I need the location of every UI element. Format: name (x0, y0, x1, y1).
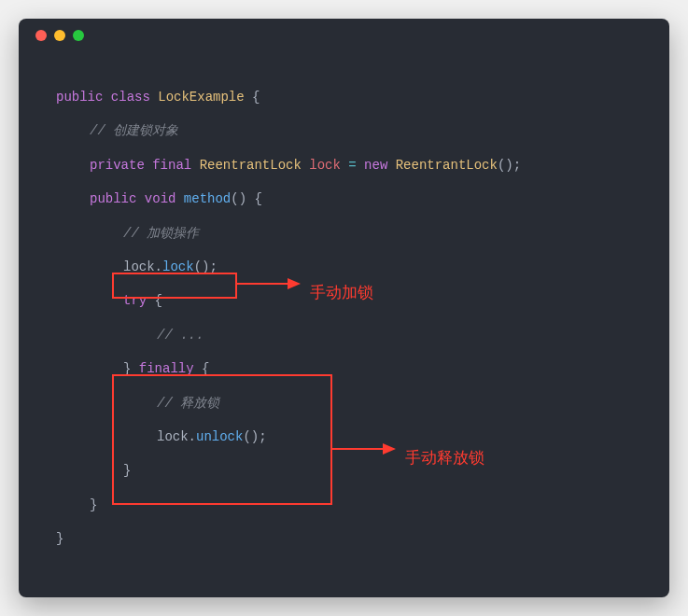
brace: { (245, 90, 260, 105)
code-line: private final ReentrantLock lock = new R… (56, 148, 643, 182)
code-line: public void method() { (56, 182, 643, 216)
type-name: ReentrantLock (200, 158, 302, 173)
brace: } (56, 531, 63, 546)
brace: } (123, 361, 139, 376)
maximize-icon[interactable] (73, 30, 84, 41)
comment: // 加锁操作 (123, 226, 199, 241)
window-titlebar (19, 19, 669, 52)
keyword-void: void (145, 191, 176, 206)
code-line: // 释放锁 (56, 386, 643, 420)
code-block: public class LockExample { // 创建锁对象 priv… (19, 52, 669, 583)
code-line: } (56, 454, 643, 487)
comment: // 释放锁 (157, 396, 219, 411)
keyword-try: try (123, 293, 147, 308)
variable: lock (302, 158, 348, 173)
parens: (); (498, 158, 521, 173)
close-icon[interactable] (35, 30, 47, 41)
code-line: } (56, 488, 643, 522)
brace: { (194, 361, 210, 376)
code-line: // 加锁操作 (56, 217, 643, 250)
keyword-final: final (152, 158, 191, 173)
method-name: method (184, 191, 231, 206)
method-call: unlock (196, 429, 243, 444)
brace: } (90, 497, 97, 512)
keyword-public: public (90, 191, 136, 206)
parens: () { (231, 191, 262, 206)
code-line: lock.unlock(); (56, 420, 643, 454)
code-line: // ... (56, 318, 643, 352)
code-line: // 创建锁对象 (56, 114, 643, 147)
minimize-icon[interactable] (54, 30, 65, 41)
comment: // 创建锁对象 (90, 123, 178, 138)
keyword-class: class (111, 90, 150, 105)
keyword-new: new (357, 158, 388, 173)
keyword-public: public (56, 90, 103, 105)
keyword-finally: finally (139, 361, 194, 376)
code-line: } (56, 522, 643, 555)
comment: // ... (157, 328, 204, 343)
annotation-unlock: 手动释放锁 (405, 438, 484, 479)
code-window: public class LockExample { // 创建锁对象 priv… (19, 19, 669, 597)
annotation-lock: 手动加锁 (310, 273, 373, 314)
parens: (); (243, 429, 266, 444)
object-ref: lock. (157, 429, 196, 444)
operator: = (348, 158, 356, 173)
class-name: LockExample (158, 90, 244, 105)
parens: (); (194, 259, 218, 274)
brace: } (123, 463, 131, 478)
type-name: ReentrantLock (387, 158, 498, 173)
object-ref: lock. (123, 259, 162, 274)
brace: { (147, 293, 162, 308)
code-line: public class LockExample { (56, 80, 643, 114)
code-line: } finally { (56, 352, 643, 385)
keyword-private: private (90, 158, 145, 173)
method-call: lock (162, 259, 194, 274)
